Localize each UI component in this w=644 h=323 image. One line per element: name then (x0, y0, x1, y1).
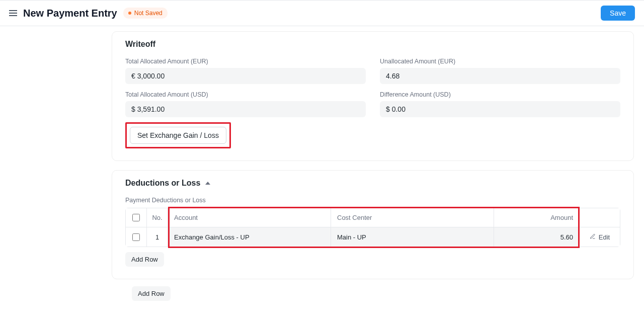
row-amount[interactable]: 5.60 (494, 227, 580, 247)
field-label: Total Allocated Amount (EUR) (125, 58, 366, 65)
add-row-wrap: Add Row (125, 252, 620, 267)
set-exchange-gain-loss-button[interactable]: Set Exchange Gain / Loss (130, 127, 226, 144)
field-label: Difference Amount (USD) (380, 91, 620, 98)
col-actions (580, 208, 620, 227)
pencil-icon (590, 233, 596, 241)
status-badge: Not Saved (123, 8, 168, 19)
difference-usd-input[interactable] (380, 101, 620, 117)
row-cost-center[interactable]: Main - UP (331, 227, 494, 247)
row-actions: Edit (580, 227, 620, 247)
col-amount: Amount (494, 208, 580, 227)
select-all-cell (126, 208, 147, 227)
edit-row-button[interactable]: Edit (590, 233, 610, 241)
status-text: Not Saved (134, 10, 163, 17)
table-row[interactable]: 1 Exchange Gain/Loss - UP Main - UP 5.60… (126, 227, 620, 247)
page-body: Writeoff Total Allocated Amount (EUR) Un… (112, 26, 644, 301)
add-row-button-secondary[interactable]: Add Row (132, 286, 171, 301)
total-allocated-eur-input[interactable] (125, 68, 366, 84)
add-row-button[interactable]: Add Row (125, 252, 164, 267)
writeoff-section: Writeoff Total Allocated Amount (EUR) Un… (112, 31, 634, 161)
writeoff-grid: Total Allocated Amount (EUR) Unallocated… (125, 58, 620, 117)
unallocated-eur-input[interactable] (380, 68, 620, 84)
row-checkbox[interactable] (132, 233, 140, 241)
col-account: Account (168, 208, 331, 227)
loose-add-row-wrap: Add Row (132, 286, 644, 301)
row-select-cell (126, 227, 147, 247)
total-allocated-usd-input[interactable] (125, 101, 366, 117)
chevron-up-icon (205, 182, 210, 185)
writeoff-title: Writeoff (125, 40, 620, 49)
field-total-allocated-eur: Total Allocated Amount (EUR) (125, 58, 366, 84)
exchange-button-highlight: Set Exchange Gain / Loss (125, 122, 231, 148)
save-button[interactable]: Save (601, 6, 635, 21)
field-unallocated-eur: Unallocated Amount (EUR) (380, 58, 620, 84)
deductions-table-label: Payment Deductions or Loss (125, 197, 620, 204)
field-difference-usd: Difference Amount (USD) (380, 91, 620, 117)
deductions-section: Deductions or Loss Payment Deductions or… (112, 170, 634, 279)
page-title: New Payment Entry (23, 8, 117, 19)
field-label: Total Allocated Amount (USD) (125, 91, 366, 98)
header-left: New Payment Entry Not Saved (9, 8, 168, 19)
col-no: No. (147, 208, 168, 227)
menu-icon[interactable] (9, 8, 17, 18)
select-all-checkbox[interactable] (132, 214, 140, 221)
field-total-allocated-usd: Total Allocated Amount (USD) (125, 91, 366, 117)
table-head: No. Account Cost Center Amount (126, 208, 620, 227)
deductions-header[interactable]: Deductions or Loss (125, 179, 620, 188)
edit-label: Edit (599, 233, 610, 241)
status-dot-icon (128, 12, 131, 15)
row-no: 1 (147, 227, 168, 247)
page-header: New Payment Entry Not Saved Save (0, 0, 644, 26)
field-label: Unallocated Amount (EUR) (380, 58, 620, 65)
deductions-table: No. Account Cost Center Amount 1 Exchang… (125, 208, 620, 247)
row-account[interactable]: Exchange Gain/Loss - UP (168, 227, 331, 247)
deductions-title: Deductions or Loss (125, 179, 200, 188)
col-cost-center: Cost Center (331, 208, 494, 227)
